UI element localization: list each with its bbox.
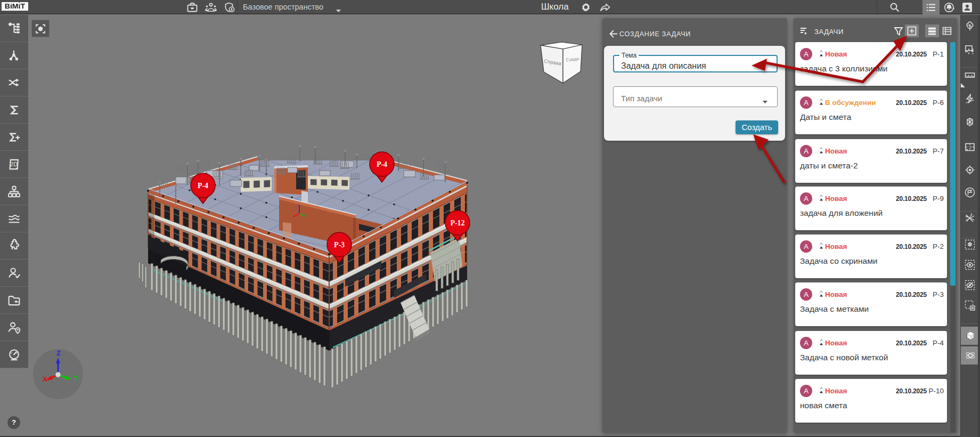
svg-text:P-4: P-4	[198, 182, 208, 190]
svg-text:2: 2	[970, 213, 973, 216]
svg-text:P-4: P-4	[377, 160, 387, 168]
svg-text:P-12: P-12	[450, 219, 464, 227]
svg-text:X: X	[43, 375, 47, 383]
svg-text:Z: Z	[56, 349, 61, 357]
svg-text:Y: Y	[74, 374, 78, 382]
svg-text:P-3: P-3	[334, 241, 345, 249]
svg-text:2D: 2D	[10, 161, 18, 167]
